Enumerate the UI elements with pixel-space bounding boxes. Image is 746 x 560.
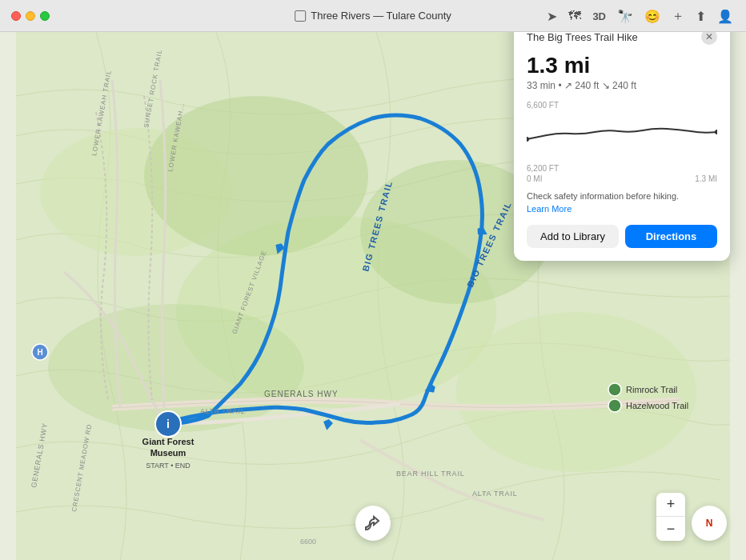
3d-label[interactable]: 3D [592,10,606,22]
face-icon[interactable]: 😊 [644,8,660,23]
close-button[interactable] [11,11,21,21]
window-title-text: Three Rivers — Tulare County [311,10,451,22]
trail-time: 33 min [527,80,555,91]
traffic-lights [0,11,61,21]
trail-distance: 1.3 mi [527,53,717,78]
svg-text:ALTA TRAIL: ALTA TRAIL [200,407,246,415]
svg-text:i: i [166,418,170,430]
elevation-miles: 0 MI 1.3 MI [527,174,717,183]
elevation-min-label: 6,200 FT [527,164,717,173]
card-title: The Big Trees Trail Hike [527,31,638,43]
elevation-max: 6,600 FT [527,101,559,110]
elevation-labels: 6,600 FT [527,101,717,110]
distance-end: 1.3 MI [695,174,717,183]
titlebar: Three Rivers — Tulare County ➤ 🗺 3D 🔭 😊 … [0,0,746,32]
route-button[interactable] [355,506,391,541]
card-actions: Add to Library Directions [527,225,717,248]
trail-stats: 33 min • ↗ 240 ft ↘ 240 ft [527,80,717,91]
svg-text:Giant Forest: Giant Forest [142,437,195,446]
elevation-up: 240 ft [575,80,599,91]
zoom-in-button[interactable]: + [656,493,685,517]
learn-more-link[interactable]: Learn More [527,204,717,214]
zoom-out-button[interactable]: − [656,517,685,541]
minimize-button[interactable] [26,11,35,21]
svg-text:Museum: Museum [150,448,186,458]
maximize-button[interactable] [40,11,50,21]
svg-point-25 [608,383,621,396]
compass[interactable]: N [692,506,727,541]
account-icon[interactable]: 👤 [717,8,733,23]
down-arrow-icon: ↘ [602,80,610,91]
svg-text:BEAR HILL TRAIL: BEAR HILL TRAIL [396,470,465,478]
safety-text: Check safety information before hiking. [527,191,717,201]
map-icon[interactable]: 🗺 [568,9,581,23]
svg-point-6 [48,304,304,432]
svg-text:6600: 6600 [300,538,316,546]
svg-text:START • END: START • END [146,462,191,470]
elevation-chart [527,111,717,159]
directions-arrow-icon[interactable]: ➤ [547,8,557,23]
up-arrow-icon: ↗ [564,80,572,91]
elevation-down: 240 ft [612,80,636,91]
share-icon[interactable]: ⬆ [696,8,706,23]
compass-label: N [706,518,713,529]
toolbar-right: ➤ 🗺 3D 🔭 😊 ＋ ⬆ 👤 [547,7,733,24]
svg-point-35 [527,137,529,142]
svg-text:ALTA TRAIL: ALTA TRAIL [472,490,518,498]
distance-start: 0 MI [527,174,542,183]
info-card: The Big Trees Trail Hike ✕ 1.3 mi 33 min… [514,16,730,261]
binoculars-icon[interactable]: 🔭 [617,8,633,23]
svg-point-27 [608,399,621,412]
svg-text:Hazelwood Trail: Hazelwood Trail [626,401,688,410]
directions-button[interactable]: Directions [625,225,717,248]
svg-text:Rimrock Trail: Rimrock Trail [626,385,677,394]
add-to-library-button[interactable]: Add to Library [527,225,619,248]
window-icon [295,10,306,22]
svg-point-36 [715,130,717,134]
svg-text:H: H [37,348,42,357]
zoom-controls: + − [656,493,685,541]
elevation-min: 6,200 FT [527,164,559,173]
plus-icon[interactable]: ＋ [672,7,684,24]
window-title: Three Rivers — Tulare County [295,10,451,22]
svg-text:GENERALS HWY: GENERALS HWY [264,390,339,398]
